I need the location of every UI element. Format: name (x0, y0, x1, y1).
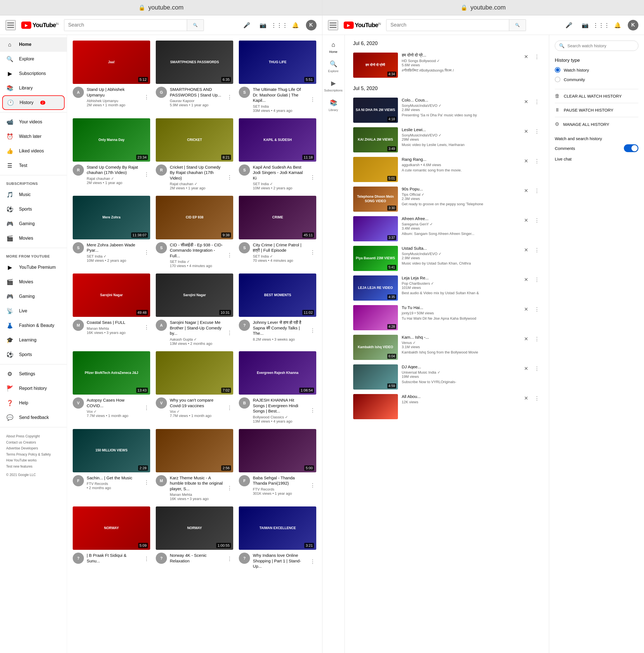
video-card-21[interactable]: TAIWAN EXCELLENCE 3:21 ? Why Indians lov… (239, 506, 316, 570)
sidebar-item-yt-premium[interactable]: ▶ YouTube Premium (0, 260, 67, 275)
history-remove-btn-h3[interactable]: ✕ (523, 127, 529, 136)
video-options-btn-10[interactable]: ⋮ (143, 320, 150, 335)
avatar-left[interactable]: K (306, 20, 317, 30)
yt-logo-left[interactable]: YouTubeIN (21, 22, 58, 29)
bell-button-left[interactable]: 🔔 (290, 19, 301, 31)
sidebar-item-library[interactable]: 📚 Library (0, 81, 67, 95)
search-input-right[interactable] (387, 20, 509, 31)
video-card-9[interactable]: CRIME 45:11 S City Crime | Crime Patrol … (239, 196, 316, 268)
sidebar-item-fashion[interactable]: 👗 Fashion & Beauty (0, 318, 67, 333)
video-card-12[interactable]: BEST MOMENTS 11:02 ? Johnny Lever से हाय… (239, 273, 316, 346)
video-options-btn-14[interactable]: ⋮ (226, 397, 233, 418)
comments-toggle[interactable] (624, 144, 638, 152)
video-options-btn-5[interactable]: ⋮ (226, 165, 233, 190)
history-remove-btn-h9[interactable]: ✕ (523, 305, 529, 314)
video-card-5[interactable]: CRICKET 8:21 R Cricket | Stand Up Comedy… (156, 118, 233, 190)
video-card-16[interactable]: 150 MILLION VIEWS 2:28 F Sachin... | Get… (73, 429, 150, 501)
video-card-3[interactable]: THUG LIFE 5:51 S The Ultimate Thug Life … (239, 41, 316, 113)
rsidebar-explore[interactable]: 🔍 Explore (322, 57, 345, 76)
history-more-btn-h6[interactable]: ⋮ (533, 216, 541, 224)
sidebar-item-send-feedback[interactable]: 💬 Send feedback (0, 410, 67, 425)
camera-button-left[interactable]: 📷 (257, 19, 269, 31)
video-card-19[interactable]: NORWAY 5:09 ? | B Praak Ft Sidiqui & Sun… (73, 506, 150, 570)
video-card-2[interactable]: SMARTPHONES PASSWORDS 6:35 G SMARTPHONES… (156, 41, 233, 113)
history-remove-btn-h8[interactable]: ✕ (523, 275, 529, 284)
history-remove-btn-h11[interactable]: ✕ (523, 364, 529, 373)
video-card-13[interactable]: Pfizer BioNTech AstraZeneca J&J 13:43 V … (73, 351, 150, 424)
rsidebar-home[interactable]: ⌂ Home (322, 38, 345, 57)
video-options-btn-20[interactable]: ⋮ (226, 553, 233, 565)
history-remove-btn-h2[interactable]: ✕ (523, 98, 529, 106)
video-card-7[interactable]: Mere Zohra 11:38:07 S Mere Zohra Jabeen … (73, 196, 150, 268)
pause-watch-history-btn[interactable]: ⏸ PAUSE WATCH HISTORY (555, 103, 638, 117)
history-remove-btn-h4[interactable]: ✕ (523, 157, 529, 165)
sidebar-item-report-history[interactable]: 🚩 Report history (0, 381, 67, 396)
history-more-btn-h10[interactable]: ⋮ (533, 335, 541, 343)
video-options-btn-21[interactable]: ⋮ (309, 553, 316, 570)
search-input-left[interactable] (64, 20, 187, 31)
sidebar-item-subscriptions[interactable]: ▶ Subscriptions (0, 66, 67, 81)
rsidebar-subscriptions[interactable]: ▶ Subscriptions (322, 76, 345, 96)
video-card-8[interactable]: CID EP 938 9:38 S CID - सीआईडी - Ep 938 … (156, 196, 233, 268)
manage-all-history-btn[interactable]: ⚙ MANAGE ALL HISTORY (555, 117, 638, 131)
history-remove-btn-h5[interactable]: ✕ (523, 187, 529, 195)
history-search-input[interactable] (567, 43, 634, 48)
history-remove-btn-h10[interactable]: ✕ (523, 335, 529, 343)
history-more-btn-h4[interactable]: ⋮ (533, 157, 541, 165)
camera-button-right[interactable]: 📷 (579, 19, 591, 31)
video-card-1[interactable]: Jaa! 5:12 A Stand Up | Abhishek Upmanyu … (73, 41, 150, 113)
video-options-btn-13[interactable]: ⋮ (143, 397, 150, 418)
video-card-20[interactable]: NORWAY 1:00:55 ? Norway 4K - Scenic Rela… (156, 506, 233, 570)
sidebar-item-sports[interactable]: ⚽ Sports (0, 202, 67, 216)
grid-button-left[interactable]: ⋮⋮⋮ (273, 19, 285, 31)
sidebar-item-movies2[interactable]: 🎬 Movies (0, 275, 67, 289)
sidebar-item-settings[interactable]: ⚙ Settings (0, 367, 67, 381)
video-card-4[interactable]: Only Manna Day 23:34 R Stand Up Comedy B… (73, 118, 150, 190)
video-options-btn-6[interactable]: ⋮ (309, 165, 316, 190)
history-more-btn-h2[interactable]: ⋮ (533, 98, 541, 106)
sidebar-item-movies[interactable]: 🎬 Movies (0, 231, 67, 245)
search-button-left[interactable]: 🔍 (187, 20, 204, 31)
video-options-btn-7[interactable]: ⋮ (143, 242, 150, 263)
video-options-btn-12[interactable]: ⋮ (309, 320, 316, 341)
video-options-btn-15[interactable]: ⋮ (309, 397, 316, 424)
sidebar-item-live[interactable]: 📡 Live (0, 304, 67, 318)
video-options-btn-2[interactable]: ⋮ (226, 87, 233, 107)
video-options-btn-3[interactable]: ⋮ (309, 87, 316, 113)
rsidebar-library[interactable]: 📚 Library (322, 96, 345, 115)
video-options-btn-4[interactable]: ⋮ (143, 165, 150, 185)
video-card-15[interactable]: Evergreen Rajesh Khanna 1:06:54 B RAJESH… (239, 351, 316, 424)
history-more-btn-h12[interactable]: ⋮ (533, 394, 541, 403)
sidebar-item-history[interactable]: 🕐 History 2 (2, 95, 65, 110)
sidebar-item-home[interactable]: ⌂ Home (0, 37, 67, 52)
video-options-btn-11[interactable]: ⋮ (226, 320, 233, 346)
watch-history-radio[interactable] (555, 67, 561, 73)
sidebar-item-your-videos[interactable]: 📹 Your videos (0, 115, 67, 129)
video-options-btn-9[interactable]: ⋮ (309, 242, 316, 263)
sidebar-item-explore[interactable]: 🔍 Explore (0, 52, 67, 66)
hamburger-button-left[interactable] (6, 20, 16, 30)
avatar-right[interactable]: K (628, 20, 638, 30)
video-card-10[interactable]: Sarojini Nagar 49:48 M Coastal Seas | FU… (73, 273, 150, 346)
history-more-btn-h5[interactable]: ⋮ (533, 187, 541, 195)
history-remove-btn-h7[interactable]: ✕ (523, 246, 529, 254)
sidebar-item-music[interactable]: 🎵 Music (0, 187, 67, 202)
history-type-watch[interactable]: Watch history (555, 67, 638, 73)
video-card-18[interactable]: 5:00 F Baba Sehgal - Thanda Thanda Pani(… (239, 429, 316, 501)
sidebar-item-test[interactable]: ☰ Test (0, 158, 67, 173)
video-options-btn-18[interactable]: ⋮ (309, 475, 316, 495)
history-more-btn-h7[interactable]: ⋮ (533, 246, 541, 254)
video-card-11[interactable]: Sarojini Nagar 10:31 A Sarojini Nagar | … (156, 273, 233, 346)
history-type-community[interactable]: Community (555, 77, 638, 82)
hamburger-button-right[interactable] (328, 20, 338, 30)
sidebar-item-liked-videos[interactable]: 👍 Liked videos (0, 144, 67, 158)
video-options-btn-17[interactable]: ⋮ (226, 475, 233, 501)
history-remove-btn-h12[interactable]: ✕ (523, 394, 529, 403)
history-more-btn-h3[interactable]: ⋮ (533, 127, 541, 136)
video-options-btn-1[interactable]: ⋮ (143, 87, 150, 107)
sidebar-item-watch-later[interactable]: ⏰ Watch later (0, 129, 67, 144)
video-options-btn-8[interactable]: ⋮ (226, 242, 233, 268)
mic-button-left[interactable]: 🎤 (241, 19, 253, 31)
history-remove-btn-h6[interactable]: ✕ (523, 216, 529, 224)
yt-logo-right[interactable]: YouTubeIN (344, 22, 381, 29)
